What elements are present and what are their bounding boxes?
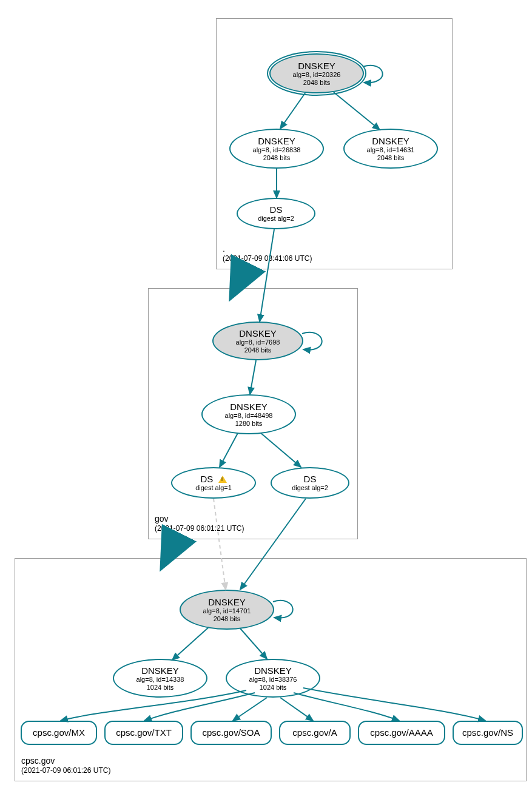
rrset-label: cpsc.gov/MX xyxy=(22,727,96,738)
node-bits: 1024 bits xyxy=(114,684,206,692)
zone-gov-timestamp: (2021-07-09 06:01:21 UTC) xyxy=(155,524,244,534)
rrset-label: cpsc.gov/A xyxy=(280,727,349,738)
node-title: DS xyxy=(238,204,314,215)
root-ds: DS digest alg=2 xyxy=(237,198,315,229)
node-title: DNSKEY xyxy=(203,402,295,412)
node-alg: alg=8, id=14701 xyxy=(181,607,273,615)
rrset-aaaa: cpsc.gov/AAAA xyxy=(358,721,445,745)
node-title: DNSKEY xyxy=(227,665,319,676)
zone-cpsc-name: cpsc.gov xyxy=(21,755,110,766)
node-alg: alg=8, id=7698 xyxy=(214,338,302,346)
zone-gov-name: gov xyxy=(155,513,244,524)
cpsc-zsk-dnskey-38376: DNSKEY alg=8, id=38376 1024 bits xyxy=(226,659,320,698)
node-alg: alg=8, id=14631 xyxy=(345,146,437,154)
node-alg: alg=8, id=26838 xyxy=(231,146,323,154)
node-bits: 2048 bits xyxy=(214,346,302,354)
node-title: DNSKEY xyxy=(345,136,437,146)
node-bits: 2048 bits xyxy=(181,615,273,623)
rrset-a: cpsc.gov/A xyxy=(279,721,351,745)
gov-zsk-dnskey: DNSKEY alg=8, id=48498 1280 bits xyxy=(201,394,296,434)
root-ksk-dnskey: DNSKEY alg=8, id=20326 2048 bits xyxy=(269,53,364,93)
node-alg: alg=8, id=20326 xyxy=(271,71,363,79)
node-bits: 2048 bits xyxy=(271,79,363,87)
node-title: DNSKEY xyxy=(114,665,206,676)
cpsc-ksk-dnskey: DNSKEY alg=8, id=14701 2048 bits xyxy=(180,590,274,630)
node-title: DNSKEY xyxy=(181,597,273,607)
rrset-label: cpsc.gov/AAAA xyxy=(359,727,444,738)
zone-cpsc-timestamp: (2021-07-09 06:01:26 UTC) xyxy=(21,766,110,776)
node-title: DNSKEY xyxy=(271,61,363,71)
rrset-label: cpsc.gov/SOA xyxy=(192,727,271,738)
node-title: DNSKEY xyxy=(231,136,323,146)
node-bits: 2048 bits xyxy=(345,154,437,162)
node-title: DS xyxy=(272,474,348,484)
node-title: DNSKEY xyxy=(214,328,302,338)
gov-ds-alg2: DS digest alg=2 xyxy=(271,467,349,499)
node-digest: digest alg=2 xyxy=(238,215,314,223)
node-alg: alg=8, id=14338 xyxy=(114,676,206,684)
rrset-label: cpsc.gov/TXT xyxy=(106,727,182,738)
rrset-soa: cpsc.gov/SOA xyxy=(190,721,272,745)
rrset-mx: cpsc.gov/MX xyxy=(21,721,97,745)
gov-ds-alg1: DS digest alg=1 xyxy=(171,467,256,499)
root-zsk-dnskey-14631: DNSKEY alg=8, id=14631 2048 bits xyxy=(343,129,438,169)
node-alg: alg=8, id=38376 xyxy=(227,676,319,684)
node-digest: digest alg=1 xyxy=(172,484,255,492)
node-title-text: DS xyxy=(200,474,213,484)
cpsc-zsk-dnskey-14338: DNSKEY alg=8, id=14338 1024 bits xyxy=(113,659,207,698)
gov-ksk-dnskey: DNSKEY alg=8, id=7698 2048 bits xyxy=(212,322,303,360)
root-zsk-dnskey-26838: DNSKEY alg=8, id=26838 2048 bits xyxy=(229,129,324,169)
warning-icon xyxy=(218,476,227,483)
zone-root-name: . xyxy=(223,243,312,254)
node-bits: 2048 bits xyxy=(231,154,323,162)
node-bits: 1024 bits xyxy=(227,684,319,692)
node-alg: alg=8, id=48498 xyxy=(203,412,295,420)
rrset-label: cpsc.gov/NS xyxy=(454,727,522,738)
node-title: DS xyxy=(172,474,255,484)
node-digest: digest alg=2 xyxy=(272,484,348,492)
rrset-ns: cpsc.gov/NS xyxy=(453,721,523,745)
node-bits: 1280 bits xyxy=(203,420,295,428)
zone-root-timestamp: (2021-07-09 03:41:06 UTC) xyxy=(223,254,312,264)
rrset-txt: cpsc.gov/TXT xyxy=(104,721,183,745)
